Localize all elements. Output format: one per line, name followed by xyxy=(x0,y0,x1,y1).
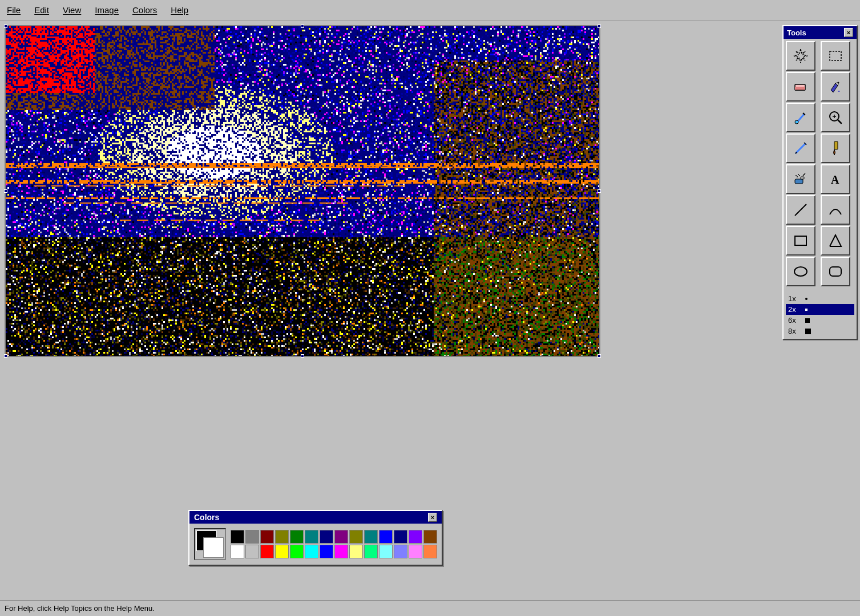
zoom-level-1[interactable]: 1x xyxy=(786,293,854,304)
svg-line-5 xyxy=(797,114,804,122)
palette-row-1 xyxy=(231,530,437,544)
color-swatch[interactable] xyxy=(290,545,304,558)
ellipse-tool[interactable] xyxy=(786,257,815,286)
zoom-label: 1x xyxy=(788,294,802,303)
brush-tool[interactable] xyxy=(821,133,850,163)
svg-rect-27 xyxy=(830,267,841,276)
eyedropper-tool[interactable] xyxy=(786,103,815,132)
color-swatch[interactable] xyxy=(423,530,437,544)
menu-edit[interactable]: Edit xyxy=(32,4,51,16)
color-swatch[interactable] xyxy=(320,545,333,558)
color-swatch[interactable] xyxy=(260,530,274,544)
svg-rect-16 xyxy=(795,179,803,184)
color-swatch[interactable] xyxy=(409,545,422,558)
handle-tl[interactable] xyxy=(4,25,7,28)
color-swatch[interactable] xyxy=(275,530,289,544)
pencil-tool[interactable] xyxy=(786,133,815,163)
svg-text:A: A xyxy=(831,173,839,186)
color-swatch[interactable] xyxy=(364,530,378,544)
color-swatch[interactable] xyxy=(423,545,437,558)
svg-rect-1 xyxy=(830,51,841,60)
color-swatch[interactable] xyxy=(231,545,244,558)
color-swatch[interactable] xyxy=(394,545,407,558)
svg-marker-0 xyxy=(794,49,807,63)
svg-line-18 xyxy=(803,173,805,176)
main-area: Colors × Tools × A 1x2x6x8x xyxy=(0,21,860,600)
background-color[interactable] xyxy=(203,537,224,558)
tools-title: Tools xyxy=(787,29,806,37)
tools-panel: Tools × A 1x2x6x8x xyxy=(780,21,860,600)
svg-rect-3 xyxy=(795,87,805,90)
rounded-rect-tool[interactable] xyxy=(821,257,850,286)
color-palette xyxy=(231,530,437,558)
color-swatch[interactable] xyxy=(305,530,318,544)
svg-point-21 xyxy=(796,175,797,176)
handle-br[interactable] xyxy=(597,354,601,358)
colors-content xyxy=(189,524,442,565)
menu-colors[interactable]: Colors xyxy=(130,4,159,16)
zoom-level-6[interactable]: 6x xyxy=(786,315,854,326)
polygon-tool[interactable] xyxy=(821,226,850,256)
menu-file[interactable]: File xyxy=(5,4,23,16)
zoom-level-2[interactable]: 2x xyxy=(786,304,854,315)
handle-tr[interactable] xyxy=(597,25,601,28)
free-select-tool[interactable] xyxy=(786,41,815,71)
tools-close-button[interactable]: × xyxy=(844,28,853,37)
palette-row-2 xyxy=(231,545,437,558)
colors-close-button[interactable]: × xyxy=(428,513,437,522)
color-swatch[interactable] xyxy=(305,545,318,558)
svg-line-24 xyxy=(795,204,806,216)
handle-bm[interactable] xyxy=(301,354,304,358)
menu-bar: File Edit View Image Colors Help xyxy=(0,0,860,21)
svg-line-9 xyxy=(838,120,841,123)
status-bar: For Help, click Help Topics on the Help … xyxy=(0,600,860,616)
svg-point-20 xyxy=(799,175,800,176)
airbrush-tool[interactable] xyxy=(786,164,815,194)
rect-select-tool[interactable] xyxy=(821,41,850,71)
color-swatch[interactable] xyxy=(290,530,304,544)
handle-ml[interactable] xyxy=(4,189,7,193)
handle-mr[interactable] xyxy=(597,189,601,193)
eraser-tool[interactable] xyxy=(786,72,815,102)
color-swatch[interactable] xyxy=(334,530,348,544)
menu-image[interactable]: Image xyxy=(92,4,121,16)
svg-point-22 xyxy=(798,174,799,175)
color-swatch[interactable] xyxy=(231,530,244,544)
fill-tool[interactable] xyxy=(821,72,850,102)
color-swatch[interactable] xyxy=(364,545,378,558)
curve-tool[interactable] xyxy=(821,195,850,225)
color-swatch[interactable] xyxy=(245,530,259,544)
color-swatch[interactable] xyxy=(245,545,259,558)
tools-title-bar: Tools × xyxy=(784,26,857,39)
color-swatch[interactable] xyxy=(379,530,393,544)
zoom-controls: 1x2x6x8x xyxy=(784,291,857,339)
canvas-container xyxy=(5,25,600,357)
color-swatch[interactable] xyxy=(334,545,348,558)
color-preview-box[interactable] xyxy=(194,528,226,560)
canvas-wrapper: Colors × xyxy=(0,21,780,600)
color-swatch[interactable] xyxy=(409,530,422,544)
menu-view[interactable]: View xyxy=(60,4,83,16)
color-swatch[interactable] xyxy=(260,545,274,558)
zoom-tool[interactable] xyxy=(821,103,850,132)
zoom-label: 6x xyxy=(788,316,802,325)
paint-canvas[interactable] xyxy=(6,26,599,356)
color-swatch[interactable] xyxy=(275,545,289,558)
color-swatch[interactable] xyxy=(394,530,407,544)
rectangle-tool[interactable] xyxy=(786,226,815,256)
colors-title-bar[interactable]: Colors × xyxy=(189,511,442,524)
zoom-level-8[interactable]: 8x xyxy=(786,326,854,337)
svg-rect-17 xyxy=(801,177,804,179)
color-swatch[interactable] xyxy=(349,545,363,558)
menu-help[interactable]: Help xyxy=(168,4,191,16)
text-tool[interactable]: A xyxy=(821,164,850,194)
zoom-label: 2x xyxy=(788,305,802,314)
color-swatch[interactable] xyxy=(320,530,333,544)
handle-bl[interactable] xyxy=(4,354,7,358)
color-swatch[interactable] xyxy=(379,545,393,558)
handle-tm[interactable] xyxy=(301,25,304,28)
zoom-label: 8x xyxy=(788,327,802,335)
tools-window: Tools × A 1x2x6x8x xyxy=(782,25,858,340)
color-swatch[interactable] xyxy=(349,530,363,544)
line-tool[interactable] xyxy=(786,195,815,225)
